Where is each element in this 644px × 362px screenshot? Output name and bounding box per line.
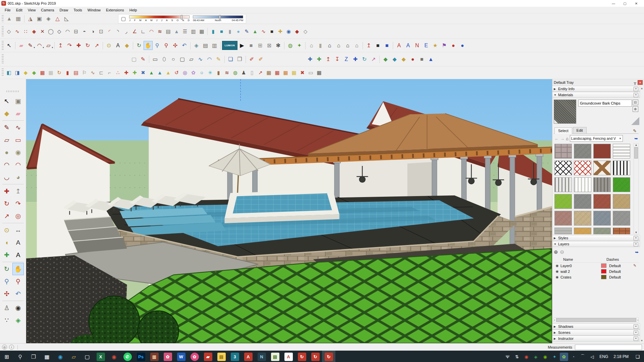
flag-plugin-button[interactable]: ⚑ [440,41,449,50]
swatch-cobblestone-gray[interactable] [574,144,591,159]
zoom-window-tool-button[interactable]: ⚲ [12,275,24,288]
line-tool-button[interactable]: ✎▾ [26,41,35,50]
cube-dark-tool-button[interactable]: ■ [373,41,382,50]
layer-row-crates[interactable]: ◉CratesDefault [554,274,639,280]
axis-plugin-green-button[interactable]: ✚ [315,55,324,64]
scale-pink-button[interactable]: ↗ [369,55,378,64]
arc-tool-button[interactable]: ◠▾ [35,41,44,50]
component-house-3-button[interactable]: ⌂ [334,41,343,50]
plus-yellow-button[interactable]: ✚ [276,27,284,36]
layer-color-swatch[interactable] [601,275,606,279]
axes-tool-button[interactable]: ✚ [1,249,12,261]
section-entity-info[interactable]: ▶ Entity Info ✕ [552,86,640,92]
swatch-gravel-red[interactable] [593,194,611,209]
menu-item-edit[interactable]: Edit [13,7,25,13]
corner-round-button[interactable]: ◜ [105,27,114,36]
autocad-app[interactable]: A [241,351,255,362]
section-materials[interactable]: ▼ Materials ✕ [552,92,640,98]
sandbox-from-contours-button[interactable]: ▲ [5,14,14,23]
paint-strip-button[interactable]: ◆ [30,27,38,36]
component-house-1-button[interactable]: ⌂ [307,41,316,50]
two-point-arc-tool-button[interactable]: ◠ [1,159,12,171]
arrow-box-red-button[interactable]: ↗ [256,68,265,77]
layers-hscrollbar[interactable]: ‹ › [554,317,639,322]
dot-blue-plugin-button[interactable]: ● [458,41,467,50]
menu-item-draw[interactable]: Draw [57,7,71,13]
paint-bucket-tool-button[interactable]: ◆ [1,107,12,120]
acrobat-app[interactable]: A [282,351,295,362]
orb-red-button[interactable]: ● [408,55,417,64]
wifi-icon[interactable]: ⌒ [578,351,587,362]
cylinder-gray-button[interactable]: ▮ [226,27,234,36]
swatch-wood-planks-gray[interactable] [593,177,611,192]
text-tool-button[interactable]: A [12,236,24,249]
swatch-wood-cross[interactable] [593,161,611,175]
section-plane-tool-button[interactable]: ◈ [192,41,201,50]
wave-red-button[interactable]: ∿ [259,27,268,36]
whatsapp-app[interactable]: ✆ [121,351,134,362]
scroll-right-icon[interactable]: › [637,318,638,322]
add-detail-button[interactable]: △ [53,14,62,23]
node-path-red-button[interactable]: ∴ [114,68,122,77]
zoom-extents-tool-button[interactable]: ✣ [171,41,180,50]
swatch-stone-striped[interactable] [554,228,572,234]
gem-yellow-button[interactable]: ◆ [399,55,408,64]
section-close-button[interactable]: ✕ [634,330,638,335]
menu-item-tools[interactable]: Tools [71,7,85,13]
shell-hook-button[interactable]: ◠ [63,27,72,36]
tile-yellow-button[interactable]: ◆ [21,68,30,77]
cone-yellow-button[interactable]: ▲ [164,68,172,77]
section-instructor[interactable]: ▶ Instructor ✕ [552,336,640,342]
rounded-rect-button[interactable]: ▢ [178,55,187,64]
door-white-button[interactable]: ▯ [248,68,256,77]
scissors-blue-button[interactable]: ✖ [139,68,147,77]
sheet-blue-button[interactable]: ❏ [226,55,235,64]
eraser-tool-button[interactable]: ▰ [12,107,24,120]
chrome-tray-icon[interactable]: ◉ [522,351,531,362]
pie-tool-button[interactable]: ◕ [12,171,24,183]
tray-close-button[interactable]: ✕ [638,80,643,85]
clamp-gray-button[interactable]: ⊏ [97,68,105,77]
follow-me-tool-button[interactable]: ↷ [12,197,24,210]
swatch-barbed-wire[interactable] [613,144,630,159]
time-slider-handle[interactable] [219,15,221,19]
zoom-extents-tool-button[interactable]: ✣ [1,288,12,300]
profile-arc-button[interactable]: ◠ [147,27,156,36]
shadow-date-slider[interactable]: JFMAMJJASOND [129,15,190,22]
stop-animation-button-button[interactable]: ■ [247,41,256,50]
box-open-button[interactable]: ⊟ [72,27,80,36]
geolocation-icon[interactable]: ◎ [2,345,7,350]
swatch-grass-light[interactable] [554,194,572,209]
polygon-plugin-button[interactable]: ◯ [47,27,55,36]
droplet-teal-button[interactable]: ▲ [156,68,164,77]
pan-tool-button[interactable]: ✋ [144,41,153,50]
scroll-left-icon[interactable]: ‹ [554,318,555,322]
shadow-time-slider[interactable]: 06:43 AM Noon 04:45 PM [193,15,243,22]
column-dashes[interactable]: Dashes [606,257,639,261]
close-button[interactable]: ✕ [631,0,642,7]
coil-darkred-button[interactable]: ≋ [223,68,231,77]
marker-orange-button[interactable]: ✐ [256,55,265,64]
ellipse-outline-button[interactable]: ⬯ [160,55,169,64]
layer-dashes[interactable]: Default [609,275,633,279]
swatch-picket-fence-gray[interactable] [554,177,572,192]
usb-icon[interactable]: ⇅ [512,351,522,362]
corner-sharp-button[interactable]: ◝ [114,27,122,36]
pan-tool-button[interactable]: ✋ [12,263,24,275]
rectangle-tool-button[interactable]: ▱▾ [44,41,53,50]
prism-green-button[interactable]: ▲ [251,27,259,36]
store-app[interactable]: ▢ [80,351,94,362]
north-tool-button[interactable]: N [413,41,422,50]
flower-app[interactable]: ✿ [188,351,201,362]
previous-view-tool-button[interactable]: ↶ [12,288,24,300]
swatch-gravel-gray-2[interactable] [613,211,630,226]
zoom-tool-button[interactable]: ⚲ [153,41,162,50]
pillar-array-button[interactable]: ☰ [181,27,189,36]
file-explorer-app[interactable]: ▱ [67,351,80,362]
three-point-arc-tool-button[interactable]: ◡ [1,171,12,183]
offset-tool-button[interactable]: ◎ [12,210,24,222]
scroll-up-icon[interactable]: ▲ [641,87,643,90]
copy-pages-button[interactable]: ❐ [235,55,244,64]
flip-edge-button[interactable]: ◺ [62,14,71,23]
rotated-rectangle-tool-button[interactable]: ▭ [12,134,24,146]
